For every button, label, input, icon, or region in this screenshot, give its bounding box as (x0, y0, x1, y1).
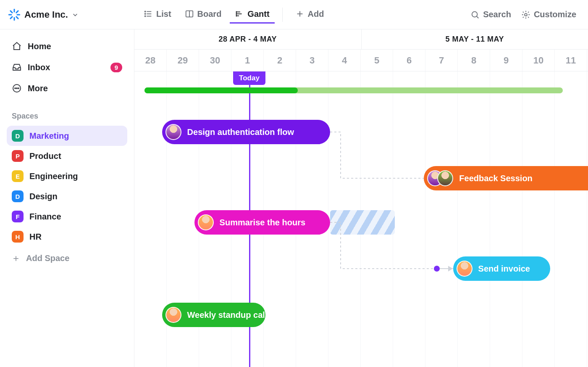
chevron-down-icon (72, 12, 78, 18)
inbox-badge: 9 (110, 63, 122, 72)
inbox-icon (12, 62, 22, 72)
search-icon (470, 10, 480, 19)
task-bar[interactable]: Weekly standup call (162, 303, 265, 327)
nav-home[interactable]: Home (7, 37, 127, 55)
space-label: Finance (29, 212, 61, 222)
board-icon (185, 9, 194, 18)
gantt-icon (235, 9, 244, 18)
view-board-label: Board (197, 9, 222, 19)
spaces-list: DMarketingPProductEEngineeringDDesignFFi… (7, 126, 127, 247)
day-header-cell: 2 (264, 50, 296, 71)
plus-icon (295, 9, 304, 18)
space-label: HR (29, 232, 42, 242)
svg-point-22 (472, 11, 478, 17)
space-color-chip: H (12, 231, 24, 243)
topbar: Acme Inc. List Board Gantt Add Search C (0, 0, 588, 29)
dependency-line (136, 71, 457, 273)
space-label: Design (29, 192, 58, 201)
assignee-avatars (165, 307, 181, 323)
view-gantt-label: Gantt (247, 9, 269, 19)
home-icon (12, 41, 22, 51)
gantt-content: TodayDesign authentication flowFeedback … (136, 71, 588, 367)
day-header-cell: 7 (425, 50, 458, 71)
task-label: Send invoice (478, 264, 530, 274)
view-board[interactable]: Board (180, 6, 227, 24)
search-label: Search (483, 10, 511, 19)
space-color-chip: D (12, 130, 24, 142)
day-header-cell: 28 (134, 50, 167, 71)
assignee-avatars (457, 261, 472, 277)
nav-more[interactable]: More (7, 79, 127, 98)
app-logo-icon (8, 9, 20, 21)
space-item-marketing[interactable]: DMarketing (7, 126, 127, 146)
space-label: Marketing (29, 131, 69, 141)
day-header-cell: 4 (328, 50, 361, 71)
avatar (165, 307, 181, 323)
day-header-cell: 6 (393, 50, 425, 71)
more-icon (12, 83, 22, 93)
space-color-chip: D (12, 190, 24, 202)
task-bar[interactable]: Send invoice (453, 256, 550, 281)
svg-line-6 (10, 16, 12, 18)
svg-point-24 (525, 13, 527, 16)
space-item-engineering[interactable]: EEngineering (7, 166, 127, 186)
svg-line-5 (16, 16, 18, 18)
nav-more-label: More (28, 84, 48, 93)
task-label: Feedback Session (459, 174, 533, 183)
svg-line-4 (10, 11, 12, 12)
week-header-1: 28 APR - 4 MAY (134, 29, 362, 49)
day-header-cell: 5 (361, 50, 393, 71)
milestone-arrow-icon (440, 266, 452, 272)
day-header-cell: 1 (231, 50, 264, 71)
svg-point-27 (16, 88, 17, 89)
svg-line-23 (477, 16, 479, 18)
day-header-cell: 8 (458, 50, 490, 71)
view-gantt[interactable]: Gantt (230, 6, 274, 24)
gear-icon (521, 10, 530, 19)
nav-home-label: Home (28, 42, 51, 51)
avatar (457, 261, 472, 277)
space-item-finance[interactable]: FFinance (7, 206, 127, 227)
day-header-cell: 11 (555, 50, 587, 71)
milestone-marker[interactable] (434, 266, 440, 272)
sidebar: Home Inbox 9 More Spaces DMarketingPProd… (0, 29, 134, 367)
space-color-chip: P (12, 150, 24, 162)
view-tabs: List Board Gantt Add (139, 6, 329, 24)
svg-point-26 (15, 88, 16, 89)
svg-line-7 (16, 11, 18, 12)
svg-marker-32 (449, 267, 452, 271)
space-label: Engineering (29, 172, 78, 181)
week-header-row: 28 APR - 4 MAY 5 MAY - 11 MAY (134, 29, 588, 50)
svg-point-12 (145, 13, 146, 14)
space-label: Product (29, 151, 61, 161)
add-space-button[interactable]: Add Space (7, 249, 127, 267)
svg-point-11 (145, 11, 146, 12)
spaces-header: Spaces (7, 112, 127, 123)
search-button[interactable]: Search (470, 10, 511, 19)
space-color-chip: F (12, 211, 24, 222)
nav-inbox-label: Inbox (28, 63, 50, 72)
gantt-chart[interactable]: 28 APR - 4 MAY 5 MAY - 11 MAY 2829301234… (134, 29, 588, 367)
view-list[interactable]: List (139, 6, 176, 24)
space-item-design[interactable]: DDesign (7, 186, 127, 206)
workspace-switcher[interactable]: Acme Inc. (8, 9, 134, 21)
customize-label: Customize (534, 10, 576, 19)
nav-inbox[interactable]: Inbox 9 (7, 58, 127, 77)
view-add[interactable]: Add (290, 6, 329, 24)
view-list-label: List (156, 9, 171, 19)
customize-button[interactable]: Customize (521, 10, 576, 19)
add-space-label: Add Space (26, 253, 69, 263)
week-header-2: 5 MAY - 11 MAY (362, 29, 588, 49)
svg-point-13 (145, 16, 146, 16)
day-header-cell: 3 (296, 50, 328, 71)
space-item-product[interactable]: PProduct (7, 146, 127, 166)
space-color-chip: E (12, 170, 24, 182)
view-divider (282, 8, 283, 22)
list-icon (144, 9, 153, 18)
space-item-hr[interactable]: HHR (7, 227, 127, 247)
svg-point-28 (18, 88, 19, 89)
day-header-cell: 9 (490, 50, 522, 71)
top-actions: Search Customize (470, 10, 576, 19)
day-header-cell: 30 (199, 50, 231, 71)
task-label: Weekly standup call (187, 310, 268, 320)
